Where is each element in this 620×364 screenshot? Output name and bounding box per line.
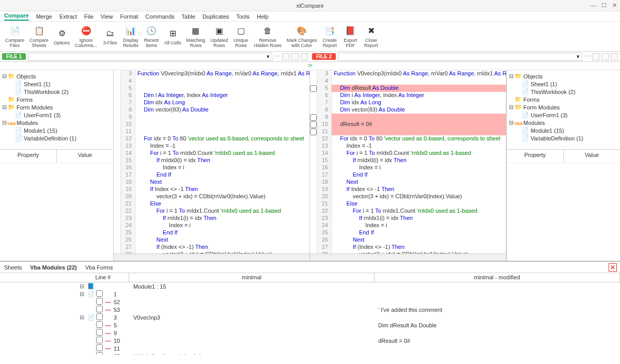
minimize-button[interactable]: — [590,2,597,9]
code-line[interactable]: 25 End If [310,229,506,236]
menu-compare[interactable]: Compare [4,12,29,21]
line-checkbox[interactable] [114,143,121,150]
line-checkbox[interactable] [310,157,317,164]
close-button[interactable]: ✕ [611,2,618,9]
row-toggle[interactable]: ⊟ [0,314,86,321]
line-checkbox[interactable] [114,135,121,143]
line-checkbox[interactable] [114,157,121,164]
line-checkbox[interactable] [310,77,317,85]
line-checkbox[interactable] [114,106,121,114]
line-checkbox[interactable] [310,208,317,215]
code-line[interactable]: 27 If (Index <> -1) Then [310,244,506,251]
file1-action2-icon[interactable] [291,53,299,60]
line-checkbox[interactable] [114,128,121,135]
line-checkbox[interactable] [310,222,317,229]
menu-file[interactable]: File [84,13,94,20]
code-line[interactable]: 6 Dim i As Integer, Index As Integer [310,92,506,99]
close-panel-button[interactable]: ✕ [609,263,617,272]
line-checkbox[interactable] [310,85,317,92]
tree-item-forms[interactable]: 📁Forms [1,96,112,103]
line-checkbox[interactable] [114,164,121,171]
tool-display-results[interactable]: 📊DisplayResults [121,24,141,50]
left-hscroll[interactable] [114,254,309,261]
line-checkbox[interactable] [114,77,121,85]
code-line[interactable]: 25 End If [114,229,309,236]
code-line[interactable]: 10 dResult = 0# [310,121,506,128]
tool-compare-sheets[interactable]: 📋CompareSheets [27,24,51,50]
tool-close-report[interactable]: ✖CloseReport [361,24,381,50]
row-toggle[interactable]: ⊟ [0,283,86,290]
code-line[interactable]: 27 If (Index <> -1) Then [114,244,309,251]
tree-item-userform[interactable]: 📄UserForm1 (3) [508,111,619,119]
tree-item-thiswb[interactable]: 📄ThisWorkbook (2) [508,88,619,96]
line-checkbox[interactable] [310,128,317,135]
code-line[interactable]: 16 Index = i [114,164,309,171]
code-line[interactable]: 21 Else [114,200,309,208]
tool-updated-rows[interactable]: ▣UpdatedRows [208,24,230,50]
code-line[interactable]: 3Function V0vecInp3(rnIdx0 As Range, rnV… [114,70,309,77]
menu-commands[interactable]: Commands [145,13,174,20]
line-checkbox[interactable] [310,99,317,106]
line-checkbox[interactable] [114,99,121,106]
file2-menu-icon[interactable]: ⋯ [584,53,590,60]
diff-row[interactable]: —10dResult = 0# [0,337,620,344]
code-line[interactable]: 26 Next [310,236,506,244]
line-checkbox[interactable] [310,251,317,254]
diff-row[interactable]: ⊟📘Module1 : 15 [0,282,620,290]
code-line[interactable]: 7 Dim idx As Long [114,99,309,106]
expand-icon[interactable]: ⊟ [1,104,7,110]
line-checkbox[interactable] [114,222,121,229]
code-line[interactable]: 7 Dim idx As Long [310,99,506,106]
row-toggle[interactable]: ⊟ [0,291,86,297]
row-checkbox[interactable] [96,306,104,313]
line-checkbox[interactable] [310,215,317,222]
code-line[interactable]: 13 Index = -1 [114,143,309,150]
line-checkbox[interactable] [310,186,317,193]
line-checkbox[interactable] [310,171,317,179]
row-checkbox[interactable] [96,313,104,321]
row-checkbox[interactable] [96,298,104,306]
code-line[interactable]: 10 [114,121,309,128]
file1-action3-icon[interactable] [301,53,308,60]
code-line[interactable]: 24 Index = i [114,222,309,229]
row-checkbox[interactable] [96,337,104,344]
line-checkbox[interactable] [310,236,317,244]
code-line[interactable]: 21 Else [310,200,506,208]
line-checkbox[interactable] [310,92,317,99]
right-code[interactable]: 3Function V0vecInp3(rnIdx0 As Range, rnV… [310,70,506,254]
tool-create-report[interactable]: 📑CreateReport [320,24,339,50]
row-checkbox[interactable] [96,344,104,352]
tree-item-module1[interactable]: 📄Module1 (15) [1,126,112,134]
code-line[interactable]: 8 Dim vector(83) As Double [310,106,506,114]
line-checkbox[interactable] [114,70,121,77]
code-line[interactable]: 4 [310,77,506,85]
line-checkbox[interactable] [310,121,317,128]
menu-merge[interactable]: Merge [36,13,52,20]
menu-tools[interactable]: Tools [236,13,250,20]
menu-view[interactable]: View [101,13,113,20]
expand-icon[interactable]: ⊟ [1,119,7,126]
code-line[interactable]: 20 vector(3 + idx) = CDbl(rnVar0(Index).… [310,193,506,200]
diff-row[interactable]: —11 [0,344,620,352]
line-checkbox[interactable] [114,229,121,236]
line-checkbox[interactable] [114,215,121,222]
line-checkbox[interactable] [310,200,317,208]
file2-action2-icon[interactable] [601,53,609,60]
tool-matching-rows[interactable]: ▦MatchingRows [184,24,208,50]
line-checkbox[interactable] [310,179,317,186]
code-line[interactable]: 15 If rnIdx0(i) = idx Then [114,157,309,164]
line-checkbox[interactable] [114,244,121,251]
code-line[interactable]: 13 Index = -1 [310,143,506,150]
tree-item-form_modules[interactable]: ⊟📁Form Modules [508,103,619,111]
expand-icon[interactable]: ⊟ [508,73,514,80]
file2-dropdown[interactable]: ▾ [338,53,582,61]
code-line[interactable]: 14 For i = 1 To rnIdx0.Count 'rnIdx0 use… [310,150,506,157]
code-line[interactable]: 11 [310,128,506,135]
code-line[interactable]: 23 If rnIdx1(i) = idx Then [114,215,309,222]
row-checkbox[interactable] [96,290,104,298]
code-line[interactable]: 12 For idx = 0 To 80 'vector used as 0-b… [114,135,309,143]
line-checkbox[interactable] [310,229,317,236]
tool-mark-changes-with-color[interactable]: 🎨Mark Changeswith Color [285,24,319,50]
menu-help[interactable]: Help [257,13,269,20]
menu-format[interactable]: Format [120,13,138,20]
